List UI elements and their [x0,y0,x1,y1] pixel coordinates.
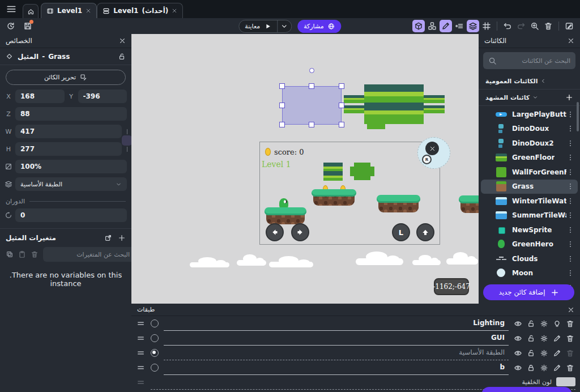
kebab-menu-icon[interactable] [566,182,574,190]
toggle-3d-view-button[interactable] [412,20,425,32]
kebab-menu-icon[interactable] [566,240,574,248]
resize-handle[interactable] [339,122,344,127]
grid-button[interactable] [480,20,493,32]
resize-handle[interactable] [339,103,344,108]
visibility-eye-icon[interactable] [514,349,522,357]
object-list-item[interactable]: DinoDoux [481,122,578,137]
lock-open-icon[interactable] [527,349,535,357]
properties-panel-button[interactable] [440,20,452,32]
height-field[interactable] [15,142,122,156]
x-field[interactable] [15,90,65,103]
rotation-handle[interactable] [309,68,314,73]
restart-button[interactable]: R [422,155,432,164]
kebab-menu-icon[interactable] [566,211,574,219]
save-button[interactable] [22,20,34,32]
drag-handle-icon[interactable] [136,319,146,327]
brightness-icon[interactable] [540,364,548,372]
move-right-button[interactable] [291,223,309,241]
drag-handle-icon[interactable] [136,334,146,342]
tab-events-level1[interactable]: Level1 (أحداث) [97,3,183,18]
kebab-menu-icon[interactable] [566,110,574,118]
cloud-instance[interactable] [269,262,313,267]
preview-options-dropdown[interactable] [278,23,291,30]
opacity-field[interactable] [15,160,127,173]
scrollbar-thumb[interactable] [577,102,579,131]
cloud-instance[interactable] [237,260,266,266]
scene-objects-group[interactable]: كائنات المشهد [479,90,580,106]
visibility-eye-icon[interactable] [514,319,522,328]
cloud-instance[interactable] [190,262,229,267]
trash-icon[interactable] [566,364,574,372]
layer-radio[interactable] [151,349,159,357]
brightness-icon[interactable] [540,349,548,357]
z-field[interactable] [15,107,127,121]
layer-radio[interactable] [151,334,159,342]
grass-platform-instance[interactable] [266,210,305,224]
cloud-instance[interactable] [446,258,478,265]
trash-icon[interactable] [566,319,574,328]
edit-scene-properties-button[interactable] [563,20,575,32]
layer-name-field[interactable]: الطبقة الأساسية [164,346,509,360]
close-icon[interactable] [568,37,574,44]
object-list-item[interactable]: DinoDoux2 [481,136,578,151]
close-tab-icon[interactable] [86,8,91,14]
visibility-eye-icon[interactable] [514,364,522,372]
grass-platform-instance[interactable] [460,198,479,213]
drag-handle-icon[interactable] [136,378,146,386]
close-game-button[interactable] [425,142,439,155]
edit-object-button[interactable]: تحرير الكائن [6,70,126,85]
tab-home[interactable] [23,4,39,18]
drag-handle-icon[interactable] [136,349,146,357]
cloud-instance[interactable] [412,260,441,265]
object-list-item[interactable]: GreenFloor [481,151,578,165]
grass-platform-instance[interactable] [313,192,355,206]
object-list-item[interactable]: WinterTileWaterW... [481,194,578,208]
lock-aspect-ratio-toggle[interactable] [122,135,132,146]
lock-open-icon[interactable] [118,53,126,61]
close-tab-icon[interactable] [172,8,177,14]
width-field[interactable] [15,125,122,138]
undo-button[interactable] [501,20,514,32]
resize-handle[interactable] [339,83,344,89]
trash-icon[interactable] [566,334,574,343]
move-left-button[interactable] [266,223,284,241]
close-icon[interactable] [119,37,126,44]
redo-button[interactable] [515,20,527,32]
pencil-icon[interactable] [553,364,561,372]
lock-closed-icon[interactable] [527,364,535,372]
add-object-icon[interactable] [565,93,573,101]
open-in-window-icon[interactable] [104,234,112,242]
history-button[interactable] [5,20,17,32]
object-list-item[interactable]: Grass [481,180,578,194]
share-button[interactable]: مشاركة [297,20,342,33]
object-list-item[interactable]: NewSprite [481,223,578,237]
layer-radio[interactable] [151,364,159,372]
lock-open-icon[interactable] [527,334,535,343]
bulb-icon[interactable] [553,319,561,328]
object-list-item[interactable]: WallForGreenFloor [481,165,578,180]
preview-button[interactable]: معاينة [239,23,277,30]
kebab-menu-icon[interactable] [566,139,574,147]
kebab-menu-icon[interactable] [566,168,574,176]
main-menu-button[interactable] [0,0,23,18]
zoom-button[interactable] [528,20,541,32]
layer-name-field[interactable]: Lighting [164,316,509,331]
instances-list-button[interactable] [453,20,466,32]
grass-platform-instance[interactable] [378,198,419,212]
resize-handle[interactable] [309,122,314,127]
brightness-icon[interactable] [540,319,548,328]
background-color-swatch[interactable] [556,377,575,386]
kebab-menu-icon[interactable] [566,255,574,263]
kebab-menu-icon[interactable] [566,154,574,161]
resize-handle[interactable] [279,122,285,127]
wall-block-instance[interactable] [350,163,374,180]
layer-radio[interactable] [151,319,159,327]
drag-handle-icon[interactable] [136,364,146,372]
variables-search-input[interactable] [48,251,130,258]
scene-editor-canvas[interactable]: score: 0 Level 1 L R -1162;-647 [131,34,479,304]
lock-open-icon[interactable] [527,319,535,328]
resize-handle[interactable] [279,103,285,108]
visibility-eye-icon[interactable] [514,334,522,343]
tab-scene-level1[interactable]: Level1 [41,3,97,18]
copy-icon[interactable] [6,250,14,258]
